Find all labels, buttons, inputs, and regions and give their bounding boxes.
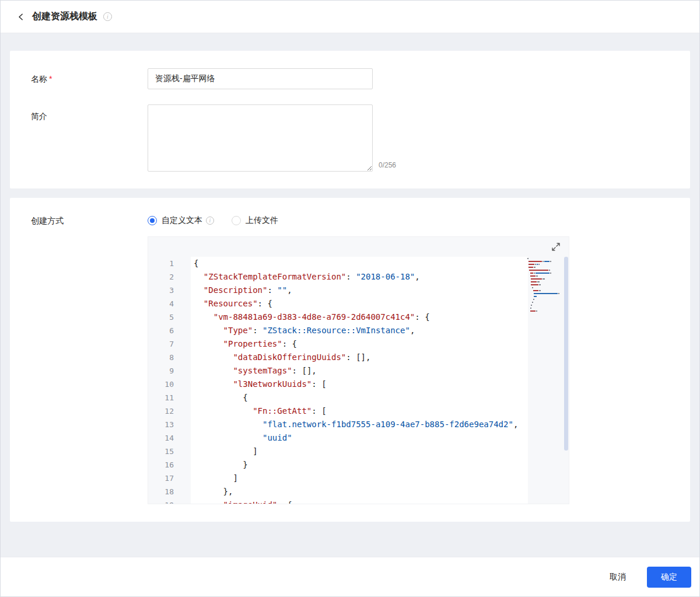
create-method-field: 自定义文本 i 上传文件 [148,214,669,504]
name-label-text: 名称 [31,74,47,83]
line-number: 17 [148,472,174,485]
line-number: 5 [148,310,174,324]
chevron-left-icon [17,13,25,21]
code-line: "Resources": { [194,297,528,310]
code-line: "l3NetworkUuids": [ [194,378,528,391]
code-line: "vm-88481a69-d383-4d8e-a769-2d64007c41c4… [194,310,528,324]
code-line: ] [194,472,528,485]
minimap-line [527,310,564,313]
code-line: "imageUuid": { [194,498,528,504]
code-line: }, [194,485,528,498]
create-stack-template-page: 创建资源栈模板 i 名称* 简介 0/256 创建方式 [0,0,700,597]
required-mark: * [49,74,52,83]
line-number: 1 [148,257,174,270]
code-line: ] [194,445,528,458]
editor-code-area[interactable]: { "ZStackTemplateFormatVersion": "2018-0… [191,257,528,504]
code-line: "Type": "ZStack::Resource::VmInstance", [194,324,528,337]
radio-upload-file-label: 上传文件 [246,215,278,226]
name-input[interactable] [148,68,373,89]
line-number: 12 [148,404,174,418]
code-line: } [194,458,528,472]
line-number: 10 [148,378,174,391]
code-line: "Properties": { [194,337,528,351]
line-number: 15 [148,445,174,458]
radio-upload-file[interactable]: 上传文件 [232,215,278,226]
line-number: 19 [148,498,174,504]
char-counter: 0/256 [379,161,396,172]
line-number: 2 [148,270,174,284]
radio-circle-icon [232,216,241,225]
code-line: "uuid" [194,431,528,445]
expand-icon[interactable] [551,242,561,252]
code-line: "systemTags": [], [194,364,528,378]
name-label: 名称* [31,68,148,89]
cancel-button[interactable]: 取消 [604,567,632,587]
editor-scrollbar[interactable] [564,257,568,451]
line-number: 3 [148,284,174,297]
info-icon: i [103,12,112,21]
line-number: 7 [148,337,174,351]
page-header: 创建资源栈模板 i [1,1,699,33]
description-row: 简介 0/256 [31,104,669,172]
radio-group: 自定义文本 i 上传文件 [148,214,669,227]
code-line: { [194,391,528,404]
code-line: { [194,257,528,270]
create-method-label: 创建方式 [31,214,148,504]
code-line: "dataDiskOfferingUuids": [], [194,351,528,364]
back-button[interactable] [16,12,26,22]
code-line: "Fn::GetAtt": [ [194,404,528,418]
line-number: 4 [148,297,174,310]
line-number: 11 [148,391,174,404]
page-footer: 取消 确定 [1,557,699,596]
code-editor[interactable]: 12345678910111213141516171819 { "ZStackT… [148,236,569,504]
editor-gutter: 12345678910111213141516171819 [148,257,177,504]
line-number: 16 [148,458,174,472]
description-textarea[interactable] [148,104,373,172]
code-line: "Description": "", [194,284,528,297]
code-line: "ZStackTemplateFormatVersion": "2018-06-… [194,270,528,284]
line-number: 9 [148,364,174,378]
info-icon: i [206,217,214,225]
line-number: 8 [148,351,174,364]
line-number: 6 [148,324,174,337]
name-row: 名称* [31,68,669,89]
line-number: 14 [148,431,174,445]
line-number: 18 [148,485,174,498]
confirm-button[interactable]: 确定 [647,567,691,588]
create-method-row: 创建方式 自定义文本 i 上传文件 [31,214,669,504]
description-label: 简介 [31,104,148,172]
radio-custom-text[interactable]: 自定义文本 [148,215,202,226]
code-line: "flat.network-f1bd7555-a109-4ae7-b885-f2… [194,418,528,431]
page-title: 创建资源栈模板 [32,11,97,23]
radio-dot-icon [148,216,157,225]
basic-info-card: 名称* 简介 0/256 [10,51,690,188]
line-number: 13 [148,418,174,431]
create-method-card: 创建方式 自定义文本 i 上传文件 [10,198,690,522]
editor-minimap[interactable] [527,258,564,313]
radio-custom-text-label: 自定义文本 [162,215,202,226]
main-content: 名称* 简介 0/256 创建方式 自定义文本 [1,33,699,522]
